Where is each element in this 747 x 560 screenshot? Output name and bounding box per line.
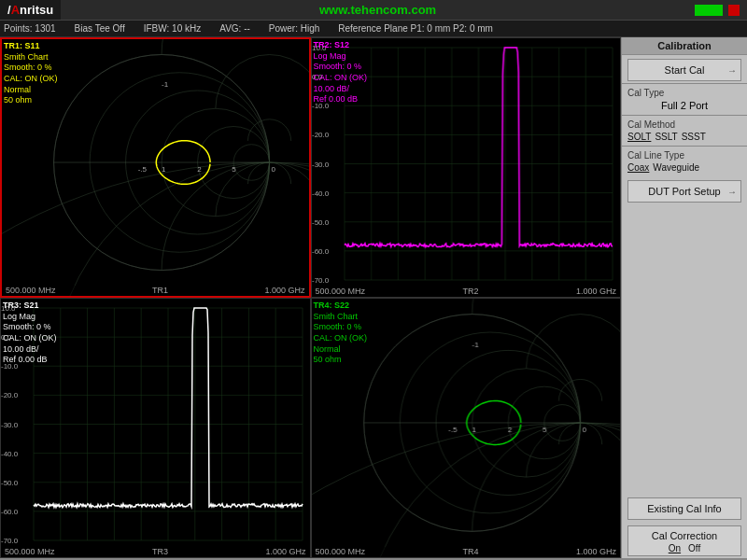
cal-correction-section: Cal Correction On Off — [627, 525, 741, 556]
start-cal-button[interactable]: Start Cal — [627, 59, 741, 81]
tr2-freq: 500.000 MHz TR2 1.000 GHz — [312, 287, 621, 297]
sslt-option[interactable]: SSLT — [655, 132, 677, 142]
plot-tr4[interactable]: TR4: S22 Smith Chart Smooth: 0 % CAL: ON… — [311, 298, 622, 558]
tr3-freq: 500.000 MHz TR3 1.000 GHz — [1, 547, 310, 557]
tr4-freq: 500.000 MHz TR4 1.000 GHz — [312, 547, 621, 557]
signal-indicators — [695, 5, 747, 16]
tr2-label: TR2: S12 Log Mag Smooth: 0 % CAL: ON (OK… — [314, 40, 368, 105]
calibration-title: Calibration — [622, 37, 747, 55]
cal-correction-title: Cal Correction — [632, 530, 737, 541]
cal-type-section: Cal Type Full 2 Port — [622, 83, 747, 115]
cal-method-section: Cal Method SOLT SSLT SSST — [622, 115, 747, 146]
bias-tee-info: Bias Tee Off — [75, 23, 125, 34]
ssst-option[interactable]: SSST — [682, 132, 706, 142]
tr1-label: TR1: S11 Smith Chart Smooth: 0 % CAL: ON… — [4, 41, 58, 106]
cal-correction-off[interactable]: Off — [688, 543, 700, 553]
app-logo: /Anritsu — [0, 0, 61, 20]
points-info: Points: 1301 — [4, 23, 56, 34]
signal-green-indicator — [695, 5, 723, 16]
signal-red-indicator — [728, 5, 740, 16]
dut-port-setup-button[interactable]: DUT Port Setup — [627, 180, 741, 203]
tr4-label: TR4: S22 Smith Chart Smooth: 0 % CAL: ON… — [314, 301, 368, 366]
cal-correction-on[interactable]: On — [669, 543, 681, 553]
existing-cal-info-button[interactable]: Existing Cal Info — [627, 497, 741, 520]
info-bar: Points: 1301 Bias Tee Off IFBW: 10 kHz A… — [0, 21, 747, 37]
cal-method-label: Cal Method — [627, 119, 741, 130]
tr3-label: TR3: S21 Log Mag Smooth: 0 % CAL: ON (OK… — [3, 301, 57, 366]
avg-info: AVG: -- — [219, 23, 250, 34]
tr1-freq: 500.000 MHz TR1 1.000 GHz — [2, 286, 309, 296]
plot-tr1[interactable]: TR1: S11 Smith Chart Smooth: 0 % CAL: ON… — [0, 37, 311, 298]
website-url: www.tehencom.com — [61, 3, 695, 17]
plot-tr2[interactable]: TR2: S12 Log Mag Smooth: 0 % CAL: ON (OK… — [311, 37, 622, 298]
ref-plane-info: Reference Plane P1: 0 mm P2: 0 mm — [338, 23, 493, 34]
full-2-port-button[interactable]: Full 2 Port — [627, 100, 741, 111]
cal-line-type-section: Cal Line Type Coax Waveguide — [622, 146, 747, 176]
cal-type-label: Cal Type — [627, 88, 741, 98]
solt-option[interactable]: SOLT — [627, 132, 651, 142]
power-info: Power: High — [269, 23, 319, 34]
ifbw-info: IFBW: 10 kHz — [144, 23, 202, 34]
waveguide-option[interactable]: Waveguide — [653, 162, 699, 173]
coax-option[interactable]: Coax — [627, 162, 649, 173]
plot-tr3[interactable]: TR3: S21 Log Mag Smooth: 0 % CAL: ON (OK… — [0, 298, 311, 558]
cal-line-type-label: Cal Line Type — [627, 150, 741, 161]
